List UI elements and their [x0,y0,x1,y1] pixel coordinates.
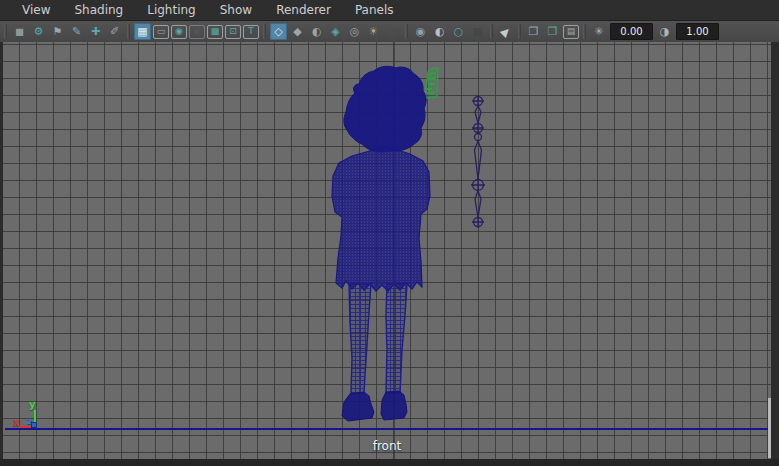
film-gate-icon[interactable]: ▭ [153,25,169,39]
toolbar-separator [518,24,521,39]
grid-icon[interactable]: ▦ [134,23,151,40]
menu-view[interactable]: View [10,0,62,21]
xray-icon[interactable]: ❐ [525,23,542,40]
toolbar-separator [263,24,266,39]
character-head [344,66,426,152]
toolbar-separator [127,24,130,39]
resolution-gate-icon[interactable]: ◉ [171,25,187,39]
exposure-icon[interactable]: ✳ [590,23,607,40]
menu-shading[interactable]: Shading [62,0,135,21]
menu-renderer[interactable]: Renderer [264,0,343,21]
lighting-icon[interactable]: ☀ [365,23,382,40]
toolbar-separator [405,24,408,39]
character-shoes [342,391,407,421]
shadows-icon: ● [384,23,401,40]
depth-of-field-icon: ■ [469,23,486,40]
pencil-icon[interactable]: ✐ [106,23,123,40]
bookmark-icon[interactable]: ⚑ [49,23,66,40]
isolate-select-icon[interactable]: ▶ [497,23,514,40]
viewport-toolbar: ◼⚙⚑✎✚✐▦▭◉▣▩⊡T◇◆◐◈◎☀●◉◐○■▶❐❐▤✳0.00◑1.00 [0,21,779,42]
menu-show[interactable]: Show [208,0,264,21]
menu-bar: ViewShadingLightingShowRendererPanels [0,0,779,21]
view-label: front [3,439,771,453]
panel-right-border [771,42,779,466]
panel-bottom-border [0,459,779,466]
xray-joints-icon[interactable]: ❐ [544,23,561,40]
exposure-field[interactable]: 0.00 [610,23,653,40]
use-default-material-icon[interactable]: ◎ [346,23,363,40]
smooth-shade-icon[interactable]: ◆ [289,23,306,40]
textured-icon[interactable]: ◈ [327,23,344,40]
toolbar-separator [490,24,493,39]
grease-pencil-icon[interactable]: ✎ [68,23,85,40]
character-legs [349,284,407,393]
safe-action-icon[interactable]: ⊡ [225,25,241,39]
antialias-icon[interactable]: ○ [450,23,467,40]
motion-blur-icon[interactable]: ◐ [431,23,448,40]
gamma-icon[interactable]: ◑ [656,23,673,40]
joint-chain[interactable] [458,90,504,240]
move-pivot-icon[interactable]: ✚ [87,23,104,40]
y-axis-label: y [29,399,36,410]
character-wireframe[interactable] [325,60,445,430]
toolbar-separator [583,24,586,39]
field-chart-icon[interactable]: ▩ [207,25,223,39]
safe-title-icon[interactable]: T [243,25,259,39]
z-axis-indicator [31,422,37,428]
menu-panels[interactable]: Panels [343,0,406,21]
camera-attributes-icon[interactable]: ⚙ [30,23,47,40]
image-plane-icon[interactable]: ▤ [563,25,579,39]
occlusion-icon[interactable]: ◉ [412,23,429,40]
wireframe-on-shaded-icon[interactable]: ◐ [308,23,325,40]
toolbar-separator [4,24,7,39]
gamma-field[interactable]: 1.00 [676,23,719,40]
wireframe-icon[interactable]: ◇ [270,23,287,40]
menu-lighting[interactable]: Lighting [135,0,208,21]
gate-mask-icon: ▣ [189,25,205,39]
viewport-front[interactable]: y x z front [3,42,771,459]
select-camera-icon[interactable]: ◼ [11,23,28,40]
